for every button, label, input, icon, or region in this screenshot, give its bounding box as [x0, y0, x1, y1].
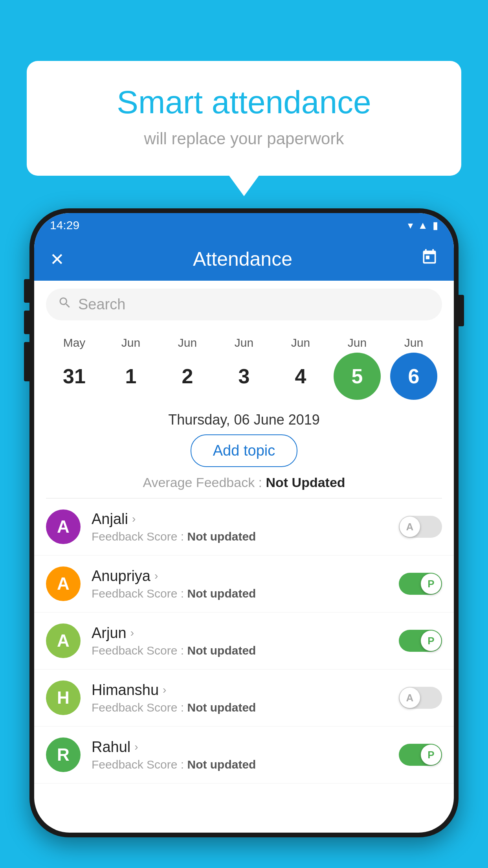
status-time: 14:29 — [50, 219, 79, 232]
date-4[interactable]: 4 — [277, 353, 324, 400]
chevron-rahul: › — [134, 741, 138, 753]
toggle-himanshu[interactable]: A — [399, 687, 442, 709]
student-info-rahul: Rahul › Feedback Score : Not updated — [92, 739, 391, 771]
student-name-arjun: Arjun › — [92, 625, 391, 642]
add-topic-button[interactable]: Add topic — [191, 434, 297, 467]
student-feedback-anupriya: Feedback Score : Not updated — [92, 587, 391, 600]
search-placeholder: Search — [78, 296, 125, 313]
chevron-anjali: › — [132, 513, 136, 525]
student-name-anupriya: Anupriya › — [92, 568, 391, 585]
app-bar: ✕ Attendance — [34, 237, 454, 281]
avatar-anjali: A — [46, 509, 81, 544]
date-31[interactable]: 31 — [51, 353, 98, 400]
student-row-anjali[interactable]: A Anjali › Feedback Score : Not updated … — [34, 498, 454, 555]
month-may: May — [51, 336, 98, 349]
month-jun-1: Jun — [107, 336, 154, 349]
selected-date-label: Thursday, 06 June 2019 — [34, 404, 454, 434]
student-row-himanshu[interactable]: H Himanshu › Feedback Score : Not update… — [34, 669, 454, 726]
search-bar[interactable]: Search — [46, 289, 442, 320]
student-info-anjali: Anjali › Feedback Score : Not updated — [92, 511, 391, 543]
avg-feedback-value: Not Updated — [266, 475, 345, 490]
date-row: 31 1 2 3 4 5 6 — [46, 353, 442, 400]
toggle-knob-himanshu: A — [400, 688, 420, 708]
speech-bubble: Smart attendance will replace your paper… — [27, 61, 461, 176]
toggle-switch-rahul[interactable]: P — [399, 744, 442, 766]
student-row-arjun[interactable]: A Arjun › Feedback Score : Not updated P — [34, 612, 454, 669]
speech-bubble-subtitle: will replace your paperwork — [58, 129, 430, 148]
month-jun-2: Jun — [164, 336, 211, 349]
date-5-today[interactable]: 5 — [334, 353, 381, 400]
toggle-anupriya[interactable]: P — [399, 573, 442, 595]
chevron-himanshu: › — [163, 684, 166, 696]
month-jun-4: Jun — [277, 336, 324, 349]
speech-bubble-container: Smart attendance will replace your paper… — [27, 61, 461, 176]
month-labels: May Jun Jun Jun Jun Jun Jun — [46, 336, 442, 349]
avatar-himanshu: H — [46, 680, 81, 715]
toggle-knob-arjun: P — [421, 631, 441, 651]
app-bar-title: Attendance — [64, 248, 421, 270]
toggle-knob-anupriya: P — [421, 574, 441, 594]
toggle-anjali[interactable]: A — [399, 516, 442, 538]
phone-outer: 14:29 ▾ ▲ ▮ ✕ Attendance — [29, 208, 459, 837]
month-jun-5: Jun — [334, 336, 381, 349]
toggle-rahul[interactable]: P — [399, 744, 442, 766]
toggle-switch-himanshu[interactable]: A — [399, 687, 442, 709]
date-2[interactable]: 2 — [164, 353, 211, 400]
volume-button-left-2 — [24, 311, 29, 334]
phone-wrapper: 14:29 ▾ ▲ ▮ ✕ Attendance — [29, 208, 459, 868]
student-feedback-anjali: Feedback Score : Not updated — [92, 530, 391, 543]
toggle-switch-anjali[interactable]: A — [399, 516, 442, 538]
close-icon[interactable]: ✕ — [50, 249, 64, 269]
avatar-rahul: R — [46, 737, 81, 772]
calendar-icon[interactable] — [421, 248, 438, 270]
status-icons: ▾ ▲ ▮ — [408, 219, 438, 232]
date-1[interactable]: 1 — [107, 353, 154, 400]
student-row-rahul[interactable]: R Rahul › Feedback Score : Not updated P — [34, 726, 454, 783]
toggle-switch-arjun[interactable]: P — [399, 630, 442, 652]
month-jun-3: Jun — [220, 336, 268, 349]
toggle-knob-rahul: P — [421, 745, 441, 765]
date-6-selected[interactable]: 6 — [390, 353, 437, 400]
wifi-icon: ▾ — [408, 219, 413, 232]
student-feedback-arjun: Feedback Score : Not updated — [92, 644, 391, 657]
student-info-arjun: Arjun › Feedback Score : Not updated — [92, 625, 391, 657]
toggle-switch-anupriya[interactable]: P — [399, 573, 442, 595]
speech-bubble-title: Smart attendance — [58, 85, 430, 120]
volume-button-left-1 — [24, 279, 29, 303]
student-info-himanshu: Himanshu › Feedback Score : Not updated — [92, 682, 391, 714]
student-name-anjali: Anjali › — [92, 511, 391, 528]
volume-button-right — [459, 295, 464, 326]
student-row-anupriya[interactable]: A Anupriya › Feedback Score : Not update… — [34, 555, 454, 612]
power-button-left — [24, 342, 29, 381]
toggle-arjun[interactable]: P — [399, 630, 442, 652]
student-name-rahul: Rahul › — [92, 739, 391, 756]
chevron-anupriya: › — [154, 570, 158, 582]
student-info-anupriya: Anupriya › Feedback Score : Not updated — [92, 568, 391, 600]
search-icon — [58, 296, 72, 313]
signal-icon: ▲ — [418, 219, 428, 232]
battery-icon: ▮ — [433, 219, 438, 232]
calendar-row: May Jun Jun Jun Jun Jun Jun 31 1 2 3 4 5… — [34, 328, 454, 404]
avg-feedback-label: Average Feedback : — [143, 475, 266, 490]
chevron-arjun: › — [130, 627, 134, 639]
student-name-himanshu: Himanshu › — [92, 682, 391, 699]
date-3[interactable]: 3 — [220, 353, 268, 400]
toggle-knob-anjali: A — [400, 517, 420, 537]
status-bar: 14:29 ▾ ▲ ▮ — [34, 213, 454, 237]
month-jun-6: Jun — [390, 336, 437, 349]
average-feedback: Average Feedback : Not Updated — [34, 475, 454, 490]
student-feedback-rahul: Feedback Score : Not updated — [92, 758, 391, 771]
avatar-arjun: A — [46, 623, 81, 658]
phone-inner: 14:29 ▾ ▲ ▮ ✕ Attendance — [34, 213, 454, 833]
student-feedback-himanshu: Feedback Score : Not updated — [92, 701, 391, 714]
avatar-anupriya: A — [46, 566, 81, 601]
